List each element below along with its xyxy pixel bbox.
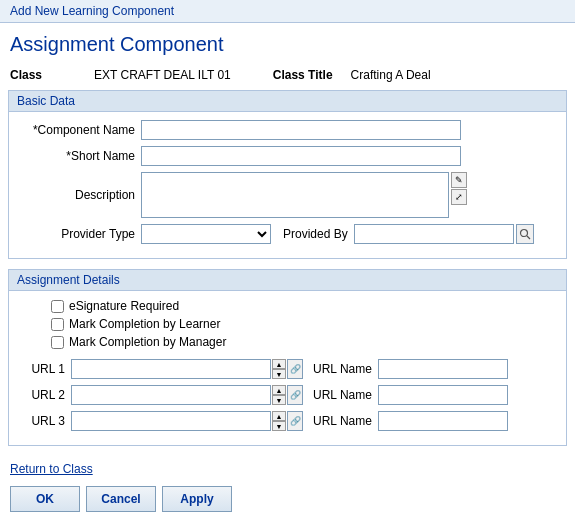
class-title-label: Class Title xyxy=(273,68,333,82)
url3-label: URL 3 xyxy=(21,414,71,428)
expand-icon[interactable]: ⤢ xyxy=(451,189,467,205)
url1-spinners: ▲ ▼ xyxy=(272,359,286,379)
url2-input[interactable] xyxy=(71,385,271,405)
basic-data-section: Basic Data *Component Name *Short Name D… xyxy=(8,90,567,259)
button-row: OK Cancel Apply xyxy=(0,482,575,515)
url3-spin-down[interactable]: ▼ xyxy=(272,421,286,431)
description-icons: ✎ ⤢ xyxy=(451,172,467,205)
url3-row: URL 3 ▲ ▼ 🔗 URL Name xyxy=(21,411,554,431)
mark-completion-learner-checkbox[interactable] xyxy=(51,318,64,331)
url2-spin-down[interactable]: ▼ xyxy=(272,395,286,405)
page-title: Assignment Component xyxy=(0,23,575,64)
short-name-row: *Short Name xyxy=(21,146,554,166)
url3-name-input[interactable] xyxy=(378,411,508,431)
provider-row: Provider Type Provided By xyxy=(21,224,554,244)
url1-name-input[interactable] xyxy=(378,359,508,379)
class-value: EXT CRAFT DEAL ILT 01 xyxy=(94,68,231,82)
url3-spinners: ▲ ▼ xyxy=(272,411,286,431)
return-to-class-link[interactable]: Return to Class xyxy=(0,456,575,482)
provided-by-label: Provided By xyxy=(283,227,348,241)
provided-by-input[interactable] xyxy=(354,224,514,244)
mark-completion-learner-row: Mark Completion by Learner xyxy=(51,317,554,331)
url1-name-label: URL Name xyxy=(313,362,372,376)
url1-label: URL 1 xyxy=(21,362,71,376)
short-name-label: *Short Name xyxy=(21,149,141,163)
url2-row: URL 2 ▲ ▼ 🔗 URL Name xyxy=(21,385,554,405)
url-rows: URL 1 ▲ ▼ 🔗 URL Name URL 2 ▲ ▼ 🔗 xyxy=(21,359,554,431)
url3-spin-up[interactable]: ▲ xyxy=(272,411,286,421)
url2-label: URL 2 xyxy=(21,388,71,402)
svg-point-0 xyxy=(520,230,527,237)
url1-input[interactable] xyxy=(71,359,271,379)
provided-by-search-icon[interactable] xyxy=(516,224,534,244)
url3-input[interactable] xyxy=(71,411,271,431)
basic-data-header: Basic Data xyxy=(9,91,566,112)
component-name-input[interactable] xyxy=(141,120,461,140)
esignature-row: eSignature Required xyxy=(51,299,554,313)
component-name-row: *Component Name xyxy=(21,120,554,140)
esignature-label: eSignature Required xyxy=(69,299,179,313)
cancel-button[interactable]: Cancel xyxy=(86,486,156,512)
url1-link-icon[interactable]: 🔗 xyxy=(287,359,303,379)
class-title-value: Crafting A Deal xyxy=(351,68,431,82)
mark-completion-manager-checkbox[interactable] xyxy=(51,336,64,349)
url2-name-input[interactable] xyxy=(378,385,508,405)
description-textarea[interactable] xyxy=(141,172,449,218)
component-name-label: *Component Name xyxy=(21,123,141,137)
assignment-details-header: Assignment Details xyxy=(9,270,566,291)
url2-name-label: URL Name xyxy=(313,388,372,402)
class-label: Class xyxy=(10,68,42,82)
mark-completion-manager-label: Mark Completion by Manager xyxy=(69,335,226,349)
url1-row: URL 1 ▲ ▼ 🔗 URL Name xyxy=(21,359,554,379)
svg-line-1 xyxy=(527,236,530,239)
url3-name-label: URL Name xyxy=(313,414,372,428)
url2-spin-up[interactable]: ▲ xyxy=(272,385,286,395)
url2-link-icon[interactable]: 🔗 xyxy=(287,385,303,405)
url1-spin-up[interactable]: ▲ xyxy=(272,359,286,369)
url3-link-icon[interactable]: 🔗 xyxy=(287,411,303,431)
esignature-checkbox[interactable] xyxy=(51,300,64,313)
short-name-input[interactable] xyxy=(141,146,461,166)
spell-check-icon[interactable]: ✎ xyxy=(451,172,467,188)
provider-type-select[interactable] xyxy=(141,224,271,244)
ok-button[interactable]: OK xyxy=(10,486,80,512)
provider-type-label: Provider Type xyxy=(21,227,141,241)
description-label: Description xyxy=(21,188,141,202)
url2-spinners: ▲ ▼ xyxy=(272,385,286,405)
assignment-details-section: Assignment Details eSignature Required M… xyxy=(8,269,567,446)
mark-completion-learner-label: Mark Completion by Learner xyxy=(69,317,220,331)
description-area: ✎ ⤢ xyxy=(141,172,467,218)
mark-completion-manager-row: Mark Completion by Manager xyxy=(51,335,554,349)
apply-button[interactable]: Apply xyxy=(162,486,232,512)
url1-spin-down[interactable]: ▼ xyxy=(272,369,286,379)
breadcrumb: Add New Learning Component xyxy=(0,0,575,23)
description-row: Description ✎ ⤢ xyxy=(21,172,554,218)
class-info-row: Class EXT CRAFT DEAL ILT 01 Class Title … xyxy=(0,64,575,90)
